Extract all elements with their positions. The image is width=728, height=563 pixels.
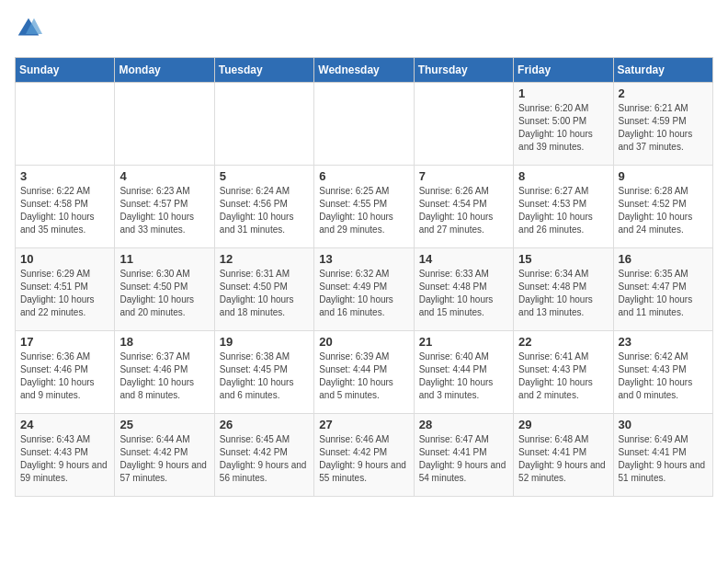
day-info: Sunrise: 6:40 AM Sunset: 4:44 PM Dayligh… [419, 350, 508, 402]
day-info: Sunrise: 6:37 AM Sunset: 4:46 PM Dayligh… [119, 350, 209, 402]
calendar-week-row: 3Sunrise: 6:22 AM Sunset: 4:58 PM Daylig… [16, 166, 713, 248]
calendar-cell: 8Sunrise: 6:27 AM Sunset: 4:53 PM Daylig… [514, 166, 613, 248]
calendar-week-row: 10Sunrise: 6:29 AM Sunset: 4:51 PM Dayli… [16, 248, 713, 331]
day-info: Sunrise: 6:30 AM Sunset: 4:50 PM Dayligh… [119, 268, 209, 319]
day-number: 16 [619, 252, 708, 266]
day-number: 1 [518, 86, 608, 100]
day-info: Sunrise: 6:33 AM Sunset: 4:48 PM Dayligh… [419, 268, 508, 319]
calendar-cell: 13Sunrise: 6:32 AM Sunset: 4:49 PM Dayli… [314, 248, 414, 331]
calendar-cell: 27Sunrise: 6:46 AM Sunset: 4:42 PM Dayli… [314, 414, 414, 497]
day-info: Sunrise: 6:27 AM Sunset: 4:53 PM Dayligh… [518, 185, 608, 236]
column-header-friday: Friday [514, 58, 613, 83]
calendar-cell: 28Sunrise: 6:47 AM Sunset: 4:41 PM Dayli… [414, 414, 513, 497]
day-info: Sunrise: 6:31 AM Sunset: 4:50 PM Dayligh… [220, 268, 309, 319]
column-header-sunday: Sunday [16, 58, 115, 83]
calendar-cell: 21Sunrise: 6:40 AM Sunset: 4:44 PM Dayli… [414, 331, 513, 414]
day-info: Sunrise: 6:43 AM Sunset: 4:43 PM Dayligh… [20, 433, 109, 485]
day-info: Sunrise: 6:21 AM Sunset: 4:59 PM Dayligh… [619, 102, 708, 154]
calendar-cell [16, 83, 115, 166]
column-header-tuesday: Tuesday [214, 58, 313, 83]
day-number: 21 [419, 335, 508, 349]
day-number: 5 [220, 169, 309, 183]
day-info: Sunrise: 6:41 AM Sunset: 4:43 PM Dayligh… [518, 350, 608, 402]
calendar-cell: 5Sunrise: 6:24 AM Sunset: 4:56 PM Daylig… [214, 166, 313, 248]
day-info: Sunrise: 6:23 AM Sunset: 4:57 PM Dayligh… [119, 185, 209, 236]
calendar-cell: 18Sunrise: 6:37 AM Sunset: 4:46 PM Dayli… [115, 331, 214, 414]
calendar-cell: 16Sunrise: 6:35 AM Sunset: 4:47 PM Dayli… [613, 248, 712, 331]
day-number: 17 [20, 335, 109, 349]
calendar-cell: 25Sunrise: 6:44 AM Sunset: 4:42 PM Dayli… [115, 414, 214, 497]
calendar-cell: 12Sunrise: 6:31 AM Sunset: 4:50 PM Dayli… [214, 248, 313, 331]
calendar-week-row: 1Sunrise: 6:20 AM Sunset: 5:00 PM Daylig… [16, 83, 713, 166]
day-info: Sunrise: 6:35 AM Sunset: 4:47 PM Dayligh… [619, 268, 708, 319]
day-number: 20 [319, 335, 408, 349]
calendar-cell [314, 83, 414, 166]
calendar-cell [214, 83, 313, 166]
day-number: 9 [619, 169, 708, 183]
day-number: 13 [319, 252, 408, 266]
logo-icon [15, 15, 42, 42]
day-number: 14 [419, 252, 508, 266]
day-number: 11 [119, 252, 209, 266]
calendar-cell: 7Sunrise: 6:26 AM Sunset: 4:54 PM Daylig… [414, 166, 513, 248]
day-info: Sunrise: 6:47 AM Sunset: 4:41 PM Dayligh… [419, 433, 508, 485]
day-number: 3 [20, 169, 109, 183]
day-info: Sunrise: 6:49 AM Sunset: 4:41 PM Dayligh… [619, 433, 708, 485]
day-info: Sunrise: 6:22 AM Sunset: 4:58 PM Dayligh… [20, 185, 109, 236]
day-info: Sunrise: 6:38 AM Sunset: 4:45 PM Dayligh… [220, 350, 309, 402]
day-number: 6 [319, 169, 408, 183]
day-number: 10 [20, 252, 109, 266]
logo [15, 15, 46, 42]
calendar-cell: 6Sunrise: 6:25 AM Sunset: 4:55 PM Daylig… [314, 166, 414, 248]
page-header [15, 15, 713, 42]
day-info: Sunrise: 6:25 AM Sunset: 4:55 PM Dayligh… [319, 185, 408, 236]
calendar-cell: 22Sunrise: 6:41 AM Sunset: 4:43 PM Dayli… [514, 331, 613, 414]
calendar-week-row: 17Sunrise: 6:36 AM Sunset: 4:46 PM Dayli… [16, 331, 713, 414]
day-info: Sunrise: 6:44 AM Sunset: 4:42 PM Dayligh… [119, 433, 209, 485]
day-number: 27 [319, 418, 408, 431]
day-info: Sunrise: 6:46 AM Sunset: 4:42 PM Dayligh… [319, 433, 408, 485]
calendar-cell: 26Sunrise: 6:45 AM Sunset: 4:42 PM Dayli… [214, 414, 313, 497]
day-number: 4 [119, 169, 209, 183]
day-number: 26 [220, 418, 309, 431]
day-number: 25 [119, 418, 209, 431]
day-info: Sunrise: 6:32 AM Sunset: 4:49 PM Dayligh… [319, 268, 408, 319]
day-info: Sunrise: 6:36 AM Sunset: 4:46 PM Dayligh… [20, 350, 109, 402]
calendar-cell [115, 83, 214, 166]
calendar-cell: 4Sunrise: 6:23 AM Sunset: 4:57 PM Daylig… [115, 166, 214, 248]
day-number: 30 [619, 418, 708, 431]
day-number: 7 [419, 169, 508, 183]
day-number: 2 [619, 86, 708, 100]
day-info: Sunrise: 6:29 AM Sunset: 4:51 PM Dayligh… [20, 268, 109, 319]
day-number: 15 [518, 252, 608, 266]
column-header-saturday: Saturday [613, 58, 712, 83]
day-number: 29 [518, 418, 608, 431]
calendar-week-row: 24Sunrise: 6:43 AM Sunset: 4:43 PM Dayli… [16, 414, 713, 497]
calendar-cell: 30Sunrise: 6:49 AM Sunset: 4:41 PM Dayli… [613, 414, 712, 497]
day-number: 24 [20, 418, 109, 431]
calendar-cell: 23Sunrise: 6:42 AM Sunset: 4:43 PM Dayli… [613, 331, 712, 414]
day-info: Sunrise: 6:24 AM Sunset: 4:56 PM Dayligh… [220, 185, 309, 236]
calendar-cell: 10Sunrise: 6:29 AM Sunset: 4:51 PM Dayli… [16, 248, 115, 331]
calendar-cell: 11Sunrise: 6:30 AM Sunset: 4:50 PM Dayli… [115, 248, 214, 331]
day-number: 22 [518, 335, 608, 349]
day-info: Sunrise: 6:48 AM Sunset: 4:41 PM Dayligh… [518, 433, 608, 485]
day-number: 12 [220, 252, 309, 266]
day-number: 18 [119, 335, 209, 349]
day-info: Sunrise: 6:28 AM Sunset: 4:52 PM Dayligh… [619, 185, 708, 236]
calendar-cell: 19Sunrise: 6:38 AM Sunset: 4:45 PM Dayli… [214, 331, 313, 414]
day-info: Sunrise: 6:39 AM Sunset: 4:44 PM Dayligh… [319, 350, 408, 402]
column-header-wednesday: Wednesday [314, 58, 414, 83]
column-header-monday: Monday [115, 58, 214, 83]
calendar-cell: 24Sunrise: 6:43 AM Sunset: 4:43 PM Dayli… [16, 414, 115, 497]
calendar-table: SundayMondayTuesdayWednesdayThursdayFrid… [15, 57, 713, 497]
calendar-header-row: SundayMondayTuesdayWednesdayThursdayFrid… [16, 58, 713, 83]
calendar-cell: 3Sunrise: 6:22 AM Sunset: 4:58 PM Daylig… [16, 166, 115, 248]
column-header-thursday: Thursday [414, 58, 513, 83]
calendar-cell: 14Sunrise: 6:33 AM Sunset: 4:48 PM Dayli… [414, 248, 513, 331]
day-info: Sunrise: 6:45 AM Sunset: 4:42 PM Dayligh… [220, 433, 309, 485]
day-info: Sunrise: 6:20 AM Sunset: 5:00 PM Dayligh… [518, 102, 608, 154]
day-number: 8 [518, 169, 608, 183]
day-info: Sunrise: 6:26 AM Sunset: 4:54 PM Dayligh… [419, 185, 508, 236]
calendar-cell: 17Sunrise: 6:36 AM Sunset: 4:46 PM Dayli… [16, 331, 115, 414]
